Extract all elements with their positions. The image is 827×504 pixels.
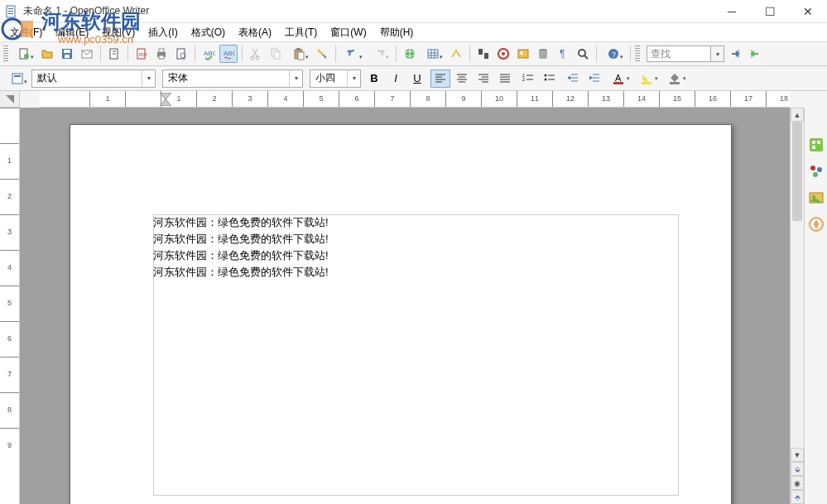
svg-rect-43	[12, 74, 22, 84]
svg-point-48	[545, 78, 547, 80]
minimize-button[interactable]: ─	[713, 0, 751, 23]
show-draw-button[interactable]	[447, 45, 465, 63]
find-input[interactable]	[647, 46, 711, 62]
menu-help[interactable]: 帮助(H)	[373, 24, 421, 41]
svg-rect-50	[613, 82, 623, 84]
increase-indent-button[interactable]	[584, 70, 604, 88]
font-size-combo[interactable]: 小四▾	[310, 70, 361, 88]
copy-button[interactable]	[267, 45, 285, 63]
numbering-button[interactable]: 12	[518, 70, 538, 88]
vertical-ruler[interactable]: 123456789	[0, 108, 20, 504]
toolbar-handle[interactable]	[3, 46, 8, 62]
menu-insert[interactable]: 插入(I)	[142, 24, 184, 41]
svg-rect-27	[298, 52, 304, 60]
zoom-button[interactable]	[574, 45, 592, 63]
svg-text:A: A	[615, 73, 622, 83]
sidebar-gallery-icon[interactable]	[807, 189, 825, 207]
autospellcheck-button[interactable]: ABC	[219, 45, 238, 63]
spellcheck-button[interactable]: ABC	[200, 45, 218, 63]
svg-rect-55	[817, 141, 820, 144]
table-button[interactable]	[421, 45, 445, 63]
find-prev-button[interactable]	[746, 45, 764, 63]
new-button[interactable]	[12, 45, 36, 63]
font-name-combo[interactable]: 宋体▾	[162, 70, 303, 88]
text-line[interactable]: 河东软件园：绿色免费的软件下载站!	[153, 231, 329, 247]
bold-button[interactable]: B	[364, 70, 384, 88]
text-line[interactable]: 河东软件园：绿色免费的软件下载站!	[153, 214, 329, 231]
svg-rect-51	[642, 82, 652, 84]
sidebar-properties-icon[interactable]	[807, 136, 825, 154]
menu-format[interactable]: 格式(O)	[185, 24, 232, 41]
find-replace-button[interactable]	[474, 45, 493, 63]
svg-rect-54	[812, 141, 815, 144]
help-button[interactable]: ?	[601, 45, 626, 63]
email-button[interactable]	[78, 45, 96, 63]
menu-edit[interactable]: 编辑(E)	[49, 24, 95, 41]
align-center-button[interactable]	[452, 70, 472, 88]
prev-page-button[interactable]: ⬙	[791, 462, 804, 476]
redo-button[interactable]	[367, 45, 392, 63]
decrease-indent-button[interactable]	[563, 70, 583, 88]
svg-rect-26	[296, 48, 301, 50]
text-line[interactable]: 河东软件园：绿色免费的软件下载站!	[153, 264, 329, 281]
text-line[interactable]: 河东软件园：绿色免费的软件下载站!	[153, 247, 329, 264]
svg-rect-9	[65, 55, 70, 58]
bullets-button[interactable]	[540, 70, 560, 88]
toolbar-handle-2[interactable]	[635, 46, 640, 62]
nav-button[interactable]: ◉	[791, 476, 804, 490]
menu-tools[interactable]: 工具(T)	[278, 24, 324, 41]
menu-file[interactable]: 文件(F)	[3, 24, 49, 41]
align-left-button[interactable]	[430, 70, 450, 88]
menu-view[interactable]: 视图(V)	[95, 24, 142, 41]
scroll-down-button[interactable]: ▼	[791, 448, 804, 462]
paste-button[interactable]	[286, 45, 311, 63]
hyperlink-button[interactable]	[401, 45, 419, 63]
menu-table[interactable]: 表格(A)	[232, 24, 278, 41]
close-button[interactable]: ✕	[789, 0, 827, 23]
scroll-up-button[interactable]: ▲	[791, 108, 804, 122]
svg-rect-32	[478, 49, 483, 55]
open-button[interactable]	[38, 45, 56, 63]
find-dropdown[interactable]: ▾	[711, 46, 724, 62]
titlebar: 未命名 1 - OpenOffice Writer ─ ☐ ✕	[0, 0, 827, 23]
document-content[interactable]: 河东软件园：绿色免费的软件下载站!河东软件园：绿色免费的软件下载站!河东软件园：…	[153, 214, 329, 281]
next-page-button[interactable]: ⬘	[791, 490, 804, 504]
italic-button[interactable]: I	[386, 70, 406, 88]
datasources-button[interactable]	[534, 45, 552, 63]
styles-button[interactable]	[5, 70, 30, 88]
format-toolbar: 默认▾ 宋体▾ 小四▾ B I U 12 A	[0, 66, 827, 91]
page[interactable]: 河东软件园：绿色免费的软件下载站!河东软件园：绿色免费的软件下载站!河东软件园：…	[70, 124, 732, 504]
format-paintbrush-button[interactable]	[313, 45, 331, 63]
sidebar-navigator-icon[interactable]	[807, 215, 825, 233]
svg-rect-3	[8, 11, 13, 12]
undo-button[interactable]	[340, 45, 365, 63]
indent-marker[interactable]	[160, 93, 171, 106]
navigator-button[interactable]	[494, 45, 512, 63]
align-justify-button[interactable]	[495, 70, 515, 88]
print-preview-button[interactable]	[172, 45, 190, 63]
cut-button[interactable]	[247, 45, 265, 63]
print-button[interactable]	[152, 45, 171, 63]
underline-button[interactable]: U	[407, 70, 427, 88]
save-button[interactable]	[58, 45, 76, 63]
paragraph-style-combo[interactable]: 默认▾	[31, 70, 156, 88]
gallery-button[interactable]	[514, 45, 532, 63]
svg-point-59	[813, 172, 818, 177]
maximize-button[interactable]: ☐	[751, 0, 789, 23]
nonprinting-button[interactable]: ¶	[554, 45, 572, 63]
menu-window[interactable]: 窗口(W)	[324, 24, 373, 41]
find-next-button[interactable]	[726, 45, 744, 63]
horizontal-ruler[interactable]: 1123456789101112131415161718	[40, 91, 790, 108]
align-right-button[interactable]	[474, 70, 493, 88]
vertical-scrollbar[interactable]: ▲ ▼ ⬙ ◉ ⬘	[790, 108, 804, 504]
edit-file-button[interactable]	[105, 45, 123, 63]
sidebar-styles-icon[interactable]	[807, 162, 825, 180]
background-color-button[interactable]	[664, 70, 690, 88]
highlight-button[interactable]	[636, 70, 662, 88]
ruler-corner	[0, 91, 20, 108]
font-color-button[interactable]: A	[608, 70, 634, 88]
svg-rect-52	[670, 82, 680, 84]
scroll-thumb[interactable]	[792, 122, 802, 221]
document-area[interactable]: 河东软件园：绿色免费的软件下载站!河东软件园：绿色免费的软件下载站!河东软件园：…	[20, 108, 790, 504]
export-pdf-button[interactable]: PDF	[132, 45, 151, 63]
